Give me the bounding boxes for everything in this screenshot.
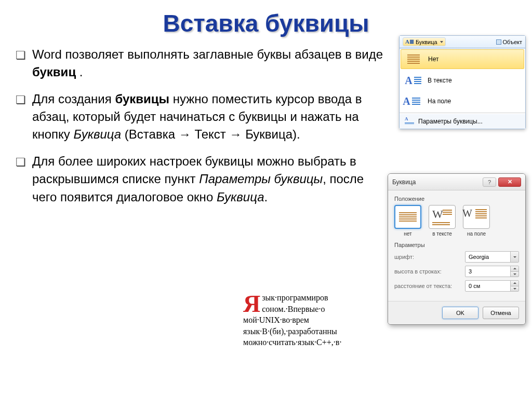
close-button[interactable]: ✕ <box>498 177 521 187</box>
position-label: на поле <box>467 231 486 237</box>
text-fragment: . <box>76 65 83 79</box>
distance-stepper[interactable]: 0 см <box>465 280 519 292</box>
insert-object-button[interactable]: Объект <box>496 39 522 45</box>
dialog-titlebar[interactable]: Буквица ? ✕ <box>388 174 525 190</box>
position-none[interactable] <box>394 205 421 229</box>
chevron-down-icon <box>440 41 443 43</box>
font-field-label: шрифт: <box>394 254 461 260</box>
ribbon-item-label: На поле <box>428 98 451 105</box>
distance-field-label: расстояние от текста: <box>394 283 461 289</box>
ribbon-item-options[interactable]: A Параметры буквицы... <box>400 114 525 129</box>
position-in-margin[interactable]: W <box>463 205 490 229</box>
cancel-button[interactable]: Отмена <box>483 307 519 319</box>
position-in-text[interactable]: W <box>429 205 456 229</box>
ribbon-item-label: В тексте <box>428 77 452 84</box>
preview-letter-icon: W <box>432 208 443 221</box>
body-text: Word позволяет выполнять заглавные буквы… <box>16 46 384 215</box>
sample-dropcap-text: Я зык·программиров соном.·Впервые·о мой·… <box>243 292 388 348</box>
ribbon-dropcap-dropdown: A≣ Буквица Объект Нет A В тексте A На по… <box>399 35 526 129</box>
ribbon-item-none[interactable]: Нет <box>401 49 524 69</box>
text-italic: Буквица <box>217 190 264 204</box>
ribbon-item-in-margin[interactable]: A На поле <box>400 91 525 112</box>
help-button[interactable]: ? <box>483 177 496 187</box>
ribbon-menu-list: Нет A В тексте A На поле A Параметры бук… <box>400 49 525 129</box>
font-select[interactable]: Georgia <box>465 251 519 263</box>
text-italic: Параметры буквицы <box>199 172 323 186</box>
distance-value: 0 см <box>469 283 480 289</box>
dialog-title: Буквица <box>392 179 481 186</box>
sample-line: мой·UNIX·во·врем <box>243 315 309 324</box>
spinner-icon[interactable] <box>510 281 518 291</box>
dropcap-preview-icon: A <box>403 96 410 106</box>
dropcap-preview-icon: A <box>405 75 412 86</box>
preview-letter-icon: W <box>462 208 472 219</box>
text-bold: буквиц <box>32 65 76 79</box>
position-group-label: Положение <box>394 196 519 202</box>
height-field-label: высота в строках: <box>394 268 461 275</box>
position-label: нет <box>404 231 411 237</box>
bullet-1: Word позволяет выполнять заглавные буквы… <box>16 46 384 81</box>
ribbon-item-label: Параметры буквицы... <box>418 118 483 125</box>
text-bold: буквицы <box>115 92 169 106</box>
bullet-3: Для более широких настроек буквицы можно… <box>16 153 384 205</box>
ribbon-item-label: Нет <box>428 56 438 63</box>
dropcap-ribbon-button[interactable]: A≣ Буквица <box>403 37 446 46</box>
menu-separator <box>400 113 525 113</box>
text-italic: Буквица <box>74 127 122 141</box>
dropcap-letter: Я <box>243 294 260 314</box>
dropcap-options-icon: A <box>405 117 414 126</box>
text-fragment: . <box>264 190 268 204</box>
height-value: 3 <box>469 268 472 275</box>
parameters-group-label: Параметры <box>394 242 519 248</box>
spinner-icon[interactable] <box>510 266 518 277</box>
chevron-down-icon <box>510 252 518 262</box>
dropcap-icon: A≣ <box>405 38 414 45</box>
ok-button[interactable]: OK <box>442 307 478 319</box>
dropcap-button-label: Буквица <box>416 39 437 45</box>
sample-line: соном.·Впервые·о <box>262 305 325 313</box>
text-fragment: Word позволяет выполнять заглавные буквы… <box>32 47 383 61</box>
bullet-2: Для создания буквицы нужно поместить кур… <box>16 90 384 143</box>
sample-line: зык·программиров <box>262 293 328 302</box>
text-fragment: Для создания <box>32 92 115 106</box>
sample-line: язык·В·(би),·разработанны <box>243 327 337 336</box>
height-stepper[interactable]: 3 <box>465 266 519 277</box>
position-row: нет W в тексте W на поле <box>394 205 519 237</box>
slide-title: Вставка буквицы <box>0 9 532 37</box>
sample-line: можно·считать·язык·С++,·в· <box>243 338 341 347</box>
object-label: Объект <box>503 39 522 45</box>
font-value: Georgia <box>469 254 489 260</box>
position-label: в тексте <box>432 231 452 237</box>
text-fragment: (Вставка → Текст → Буквица). <box>121 127 300 141</box>
ribbon-header: A≣ Буквица Объект <box>400 36 525 48</box>
ribbon-item-in-text[interactable]: A В тексте <box>400 70 525 91</box>
dropcap-dialog: Буквица ? ✕ Положение нет W в тексте <box>388 173 526 325</box>
object-icon <box>496 39 501 45</box>
